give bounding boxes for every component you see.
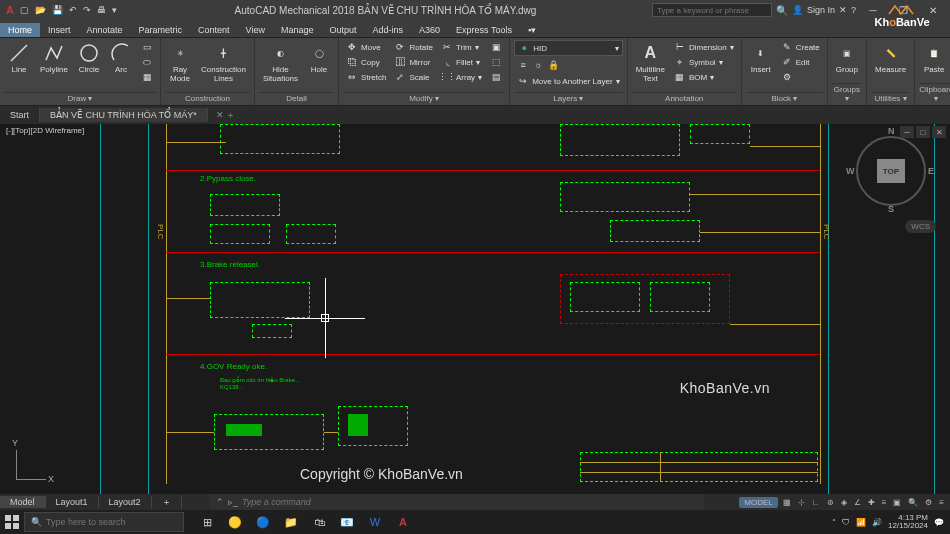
command-input[interactable]: [242, 497, 698, 507]
modify-x2-button[interactable]: ⬚: [487, 55, 505, 69]
app-edge-icon[interactable]: 🔵: [250, 511, 276, 533]
tray-notifications-icon[interactable]: 💬: [934, 518, 944, 527]
help-search-input[interactable]: [652, 3, 772, 17]
canvas-max-button[interactable]: □: [916, 126, 930, 138]
hatch-button[interactable]: ▦: [138, 70, 156, 84]
tray-sound-icon[interactable]: 🔊: [872, 518, 882, 527]
status-zoom-icon[interactable]: 🔍: [906, 498, 920, 507]
status-snap-icon[interactable]: ⊹: [796, 498, 807, 507]
app-icon[interactable]: A: [6, 4, 14, 16]
modify-x1-button[interactable]: ▣: [487, 40, 505, 54]
app-outlook-icon[interactable]: 📧: [334, 511, 360, 533]
tab-insert[interactable]: Insert: [40, 23, 79, 37]
tray-chevron-icon[interactable]: ˄: [832, 518, 836, 527]
arc-button[interactable]: Arc: [106, 40, 136, 76]
app-word-icon[interactable]: W: [362, 511, 388, 533]
status-osnap-icon[interactable]: ◈: [839, 498, 849, 507]
circle-button[interactable]: Circle: [74, 40, 104, 76]
move-layer-button[interactable]: ↪Move to Another Layer ▾: [514, 74, 623, 88]
move-button[interactable]: ✥Move: [343, 40, 389, 54]
start-button[interactable]: [0, 515, 24, 529]
layout-tab-2[interactable]: Layout2: [99, 496, 152, 508]
drawing-canvas[interactable]: PLC PLC 2.Pypass close. 3.Brake releasel…: [0, 124, 950, 494]
tab-express[interactable]: Express Tools: [448, 23, 520, 37]
mirror-button[interactable]: ⿲Mirror: [391, 55, 436, 69]
layout-tab-add[interactable]: ＋: [152, 495, 182, 510]
polyline-button[interactable]: Polyline: [36, 40, 72, 76]
status-polar-icon[interactable]: ⊛: [825, 498, 836, 507]
qat-save-icon[interactable]: 💾: [52, 5, 63, 15]
fillet-button[interactable]: ◟Fillet ▾: [438, 55, 485, 69]
rotate-button[interactable]: ⟳Rotate: [391, 40, 436, 54]
edit-attr-button[interactable]: ⚙: [778, 70, 823, 84]
status-anno-icon[interactable]: ▣: [891, 498, 903, 507]
file-tab-add-button[interactable]: ✕ ＋: [208, 107, 244, 124]
app-autocad-icon[interactable]: A: [390, 511, 416, 533]
tab-annotate[interactable]: Annotate: [79, 23, 131, 37]
tab-view[interactable]: View: [238, 23, 273, 37]
view-label[interactable]: [-][Top][2D Wireframe]: [6, 126, 84, 135]
signin-icon[interactable]: 👤: [792, 5, 803, 15]
qat-dropdown-icon[interactable]: ▾: [112, 5, 117, 15]
taskbar-search[interactable]: 🔍: [24, 512, 184, 532]
wcs-badge[interactable]: WCS: [905, 220, 936, 233]
qat-redo-icon[interactable]: ↷: [83, 5, 91, 15]
ray-mode-button[interactable]: ✳Ray Mode: [165, 40, 195, 85]
status-track-icon[interactable]: ∠: [852, 498, 863, 507]
viewcube-top[interactable]: TOP: [877, 159, 905, 183]
help-search-icon[interactable]: 🔍: [776, 5, 788, 16]
create-button[interactable]: ✎Create: [778, 40, 823, 54]
ellipse-button[interactable]: ⬭: [138, 55, 156, 69]
tab-manage[interactable]: Manage: [273, 23, 322, 37]
status-grid-icon[interactable]: ▦: [781, 498, 793, 507]
tray-wifi-icon[interactable]: 📶: [856, 518, 866, 527]
tab-parametric[interactable]: Parametric: [131, 23, 191, 37]
file-tab-start[interactable]: Start: [0, 108, 40, 122]
canvas-close-button[interactable]: ✕: [932, 126, 946, 138]
tab-extra[interactable]: ▪▾: [520, 23, 544, 37]
status-model[interactable]: MODEL: [739, 497, 777, 508]
qat-undo-icon[interactable]: ↶: [69, 5, 77, 15]
tab-content[interactable]: Content: [190, 23, 238, 37]
app-explorer-icon[interactable]: 📁: [278, 511, 304, 533]
edit-button[interactable]: ✐Edit: [778, 55, 823, 69]
tray-shield-icon[interactable]: 🛡: [842, 518, 850, 527]
file-tab-drawing[interactable]: BẢN VẼ CHU TRÌNH HÒA TỔ MÁY*: [40, 108, 208, 122]
layout-tab-model[interactable]: Model: [0, 496, 46, 508]
taskview-icon[interactable]: ⊞: [194, 511, 220, 533]
status-dyn-icon[interactable]: ✚: [866, 498, 877, 507]
canvas-min-button[interactable]: ─: [900, 126, 914, 138]
signin-label[interactable]: Sign In: [807, 5, 835, 15]
status-ortho-icon[interactable]: ∟: [810, 498, 822, 507]
hole-button[interactable]: ◯Hole: [304, 40, 334, 76]
line-button[interactable]: Line: [4, 40, 34, 76]
copy-button[interactable]: ⿻Copy: [343, 55, 389, 69]
group-button[interactable]: ▣Group: [832, 40, 862, 76]
viewcube[interactable]: TOP N S E W: [846, 126, 936, 216]
qat-open-icon[interactable]: 📂: [35, 5, 46, 15]
modify-x3-button[interactable]: ▤: [487, 70, 505, 84]
symbol-button[interactable]: ⌖Symbol ▾: [671, 55, 737, 69]
qat-new-icon[interactable]: ▢: [20, 5, 29, 15]
help-icon[interactable]: ?: [851, 5, 856, 15]
tab-addins[interactable]: Add-ins: [365, 23, 412, 37]
array-button[interactable]: ⋮⋮Array ▾: [438, 70, 485, 84]
tab-home[interactable]: Home: [0, 23, 40, 37]
status-gear-icon[interactable]: ⚙: [923, 498, 934, 507]
hide-situations-button[interactable]: ◐Hide Situations: [259, 40, 302, 85]
rectangle-button[interactable]: ▭: [138, 40, 156, 54]
command-line[interactable]: ⌃ ▹_: [210, 494, 704, 510]
qat-print-icon[interactable]: 🖶: [97, 5, 106, 15]
exchange-icon[interactable]: ✕: [839, 5, 847, 15]
paste-button[interactable]: 📋Paste: [919, 40, 949, 76]
cmd-history-icon[interactable]: ⌃: [216, 497, 224, 507]
scale-button[interactable]: ⤢Scale: [391, 70, 436, 84]
stretch-button[interactable]: ⇔Stretch: [343, 70, 389, 84]
layout-tab-1[interactable]: Layout1: [46, 496, 99, 508]
tab-output[interactable]: Output: [322, 23, 365, 37]
construction-lines-button[interactable]: ╋Construction Lines: [197, 40, 250, 85]
trim-button[interactable]: ✂Trim ▾: [438, 40, 485, 54]
app-copilot-icon[interactable]: 🟡: [222, 511, 248, 533]
layer-select[interactable]: ●HID▾: [514, 40, 623, 56]
status-menu-icon[interactable]: ≡: [937, 498, 946, 507]
